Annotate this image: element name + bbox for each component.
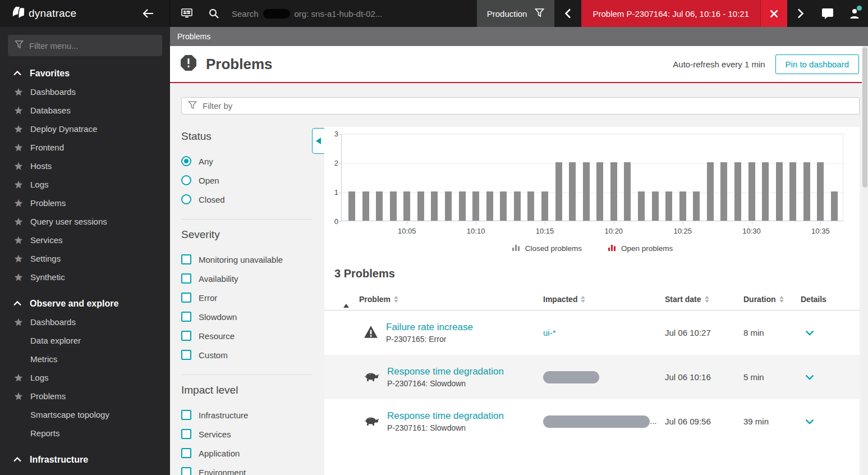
sidebar-item-label: Data explorer [30,336,81,345]
checkbox-unchecked [181,293,191,303]
severity-checkbox-resource[interactable]: Resource [181,326,312,345]
severity-checkbox-monitoring-unavailable[interactable]: Monitoring unavailable [181,250,312,269]
problem-id-severity: P-2307164: Slowdown [387,379,504,388]
problem-row[interactable]: Response time degradationP-2307161: Slow… [324,399,860,444]
sidebar-item-reports[interactable]: Reports [0,424,170,442]
problem-title-link[interactable]: Response time degradation [387,366,504,377]
sidebar-section-infrastructure[interactable]: Infrastructure [0,450,170,469]
sidebar-section-observe-and-explore[interactable]: Observe and explore [0,294,170,313]
y-axis-tick-label: 1 [326,188,338,197]
scrollbar-thumb[interactable] [862,47,867,188]
status-radio-open[interactable]: Open [181,171,312,190]
sidebar-item-query-user-sessions[interactable]: Query user sessions [0,212,170,231]
sidebar-item-databases[interactable]: Databases [0,101,170,120]
sidebar-item-settings[interactable]: Settings [0,249,170,268]
radio-unselected [181,175,191,185]
sidebar-item-frontend[interactable]: Frontend [0,138,170,157]
column-header-start-date[interactable]: Start date [665,295,743,304]
impact-checkbox-services[interactable]: Services [181,424,312,444]
sidebar-item-dashboards[interactable]: Dashboards [0,313,170,331]
sidebar-filter-input[interactable] [29,41,155,51]
search-input[interactable]: Search org: sns-a1-hub-dt-02... [232,0,477,27]
checkbox-unchecked [181,331,191,341]
filter-by-input[interactable] [203,101,853,111]
sidebar-item-data-explorer[interactable]: Data explorer [0,331,170,350]
collapse-sidebar-arrow-icon[interactable] [135,0,162,27]
star-icon [13,106,23,115]
sidebar-item-label: Deploy Dynatrace [30,124,97,134]
vertical-scrollbar[interactable] [862,46,868,475]
breadcrumb-label[interactable]: Problems [177,32,210,41]
status-radio-closed[interactable]: Closed [181,190,312,209]
column-header-problem[interactable]: Problem [359,295,543,304]
y-axis-tick-label: 0 [326,217,338,226]
chart-bar [445,191,452,221]
problem-title-link[interactable]: Failure rate increase [386,322,473,333]
expand-details-chevron-icon[interactable] [801,371,819,383]
status-radio-any[interactable]: Any [181,152,312,171]
severity-checkbox-slowdown[interactable]: Slowdown [181,307,312,326]
x-axis-tick-label: 10:10 [467,227,485,235]
next-problem-chevron-icon[interactable] [787,0,814,27]
impacted-cell: ... [543,415,665,428]
sidebar-item-problems[interactable]: Problems [0,387,170,405]
status-filter-section: Status AnyOpenClosed [181,130,312,220]
severity-checkbox-error[interactable]: Error [181,288,312,307]
sidebar-filter-box[interactable] [8,35,162,56]
collapse-filter-panel-button[interactable] [312,128,324,154]
filter-panel: Status AnyOpenClosed Severity Monitoring… [181,127,312,475]
sidebar-item-synthetic[interactable]: Synthetic [0,268,170,286]
impact-checkbox-application[interactable]: Application [181,444,312,463]
sidebar-item-logs[interactable]: Logs [0,175,170,194]
legend-item-open-problems[interactable]: Open problems [608,244,673,253]
chart-bar [610,162,617,221]
dynatrace-logo[interactable]: dynatrace [12,6,135,21]
column-header-label: Duration [743,295,776,304]
problem-banner[interactable]: Problem P-2307164: Jul 06, 10:16 - 10:21 [581,0,760,27]
search-icon[interactable] [200,0,227,27]
radio-label: Open [199,176,219,185]
sidebar-item-deploy-dynatrace[interactable]: Deploy Dynatrace [0,120,170,138]
feedback-chat-icon[interactable] [814,0,841,27]
close-problem-banner-button[interactable] [760,0,787,27]
user-account-icon[interactable] [841,0,868,27]
sidebar-item-kubernetes[interactable]: Kubernetes [0,469,170,475]
column-header-impacted[interactable]: Impacted [543,295,665,304]
column-header-duration[interactable]: Duration [743,295,801,304]
sidebar-item-smartscape-topology[interactable]: Smartscape topology [0,405,170,424]
auto-refresh-label: Auto-refresh every 1 min [673,60,765,69]
page-header: Problems Auto-refresh every 1 min Pin to… [170,46,868,83]
chart-bar [789,162,796,221]
problem-row[interactable]: Failure rate increaseP-2307165: Errorui-… [324,310,860,355]
checkbox-label: Services [199,430,231,439]
filter-by-box[interactable] [181,97,860,115]
chevron-up-icon [12,301,22,306]
problem-row[interactable]: Response time degradationP-2307164: Slow… [324,355,860,399]
sidebar-item-problems[interactable]: Problems [0,194,170,212]
sidebar-section-label: Favorites [30,68,70,79]
sidebar-item-label: Dashboards [30,317,76,327]
impact-checkbox-environment[interactable]: Environment [181,463,312,475]
sidebar-item-services[interactable]: Services [0,231,170,249]
sidebar-item-logs[interactable]: Logs [0,368,170,387]
previous-problem-chevron-icon[interactable] [554,0,581,27]
pin-to-dashboard-button[interactable]: Pin to dashboard [775,54,859,74]
x-axis-tick-label: 10:25 [673,227,692,235]
severity-checkbox-availability[interactable]: Availability [181,269,312,288]
expand-details-chevron-icon[interactable] [801,415,819,428]
legend-item-closed-problems[interactable]: Closed problems [512,244,582,253]
environment-selector[interactable]: Production [477,0,555,27]
y-axis-tick [339,221,342,222]
problem-title-link[interactable]: Response time degradation [387,410,504,422]
expand-details-chevron-icon[interactable] [801,327,819,339]
sidebar-item-dashboards[interactable]: Dashboards [0,83,170,101]
problem-id-severity: P-2307161: Slowdown [387,423,504,432]
impact-checkbox-infrastructure[interactable]: Infrastructure [181,405,312,424]
severity-checkbox-custom[interactable]: Custom [181,345,312,364]
display-monitor-icon[interactable] [173,0,200,27]
impacted-entity-link[interactable]: ui-* [543,328,556,337]
chart-bar [527,191,534,221]
sidebar-item-hosts[interactable]: Hosts [0,157,170,175]
sidebar-section-favorites[interactable]: Favorites [0,64,170,83]
sidebar-item-metrics[interactable]: Metrics [0,350,170,368]
